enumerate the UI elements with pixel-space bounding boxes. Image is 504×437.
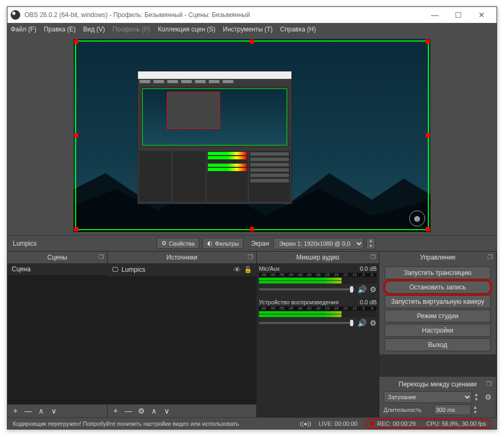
broadcast-icon: ((●))	[300, 420, 311, 427]
resize-handle[interactable]	[74, 133, 78, 137]
mixer-title: Микшер аудио	[296, 254, 339, 261]
preview-area: ☻	[7, 36, 497, 235]
source-toolbar: Lumpics ⚙ Свойства ◐ Фильтры Экран Экран…	[7, 235, 497, 251]
obs-logo-icon	[11, 10, 20, 20]
controls-panel: Управление ❐ Запустить трансляцию Остано…	[379, 252, 497, 417]
remove-source-button[interactable]: —	[124, 407, 133, 415]
popout-icon[interactable]: ❐	[486, 381, 492, 387]
screen-select[interactable]: Экран 1: 1920x1080 @ 0,0	[273, 238, 364, 249]
obs-window: OBS 26.0.2 (64-bit, windows) - Профиль: …	[7, 6, 497, 430]
menu-scene-collection[interactable]: Коллекция сцен (S)	[158, 26, 215, 33]
transition-select[interactable]: Затухание	[384, 391, 472, 403]
sources-footer: ＋ — ⚙ ∧ ∨	[108, 404, 256, 417]
popout-icon[interactable]: ❐	[97, 253, 105, 261]
resize-handle[interactable]	[250, 227, 254, 231]
menu-file[interactable]: Файл (F)	[11, 26, 36, 33]
live-status: LIVE: 00:00:00	[319, 420, 357, 427]
scenes-list[interactable]: Сцена	[7, 263, 107, 404]
audio-meter	[259, 314, 377, 317]
record-dot-icon	[370, 422, 375, 426]
source-up-button[interactable]: ∧	[149, 407, 159, 415]
menu-tools[interactable]: Инструменты (T)	[223, 26, 272, 33]
scenes-panel: Сцены ❐ Сцена ＋ — ∧ ∨	[7, 252, 108, 417]
gear-icon[interactable]: ⚙	[370, 319, 377, 327]
minimize-button[interactable]: —	[423, 7, 446, 23]
mixer-channel-level: 0.0 dB	[360, 299, 377, 305]
resize-handle[interactable]	[426, 133, 430, 137]
add-scene-button[interactable]: ＋	[11, 406, 20, 416]
resize-handle[interactable]	[426, 227, 430, 231]
menu-view[interactable]: Вид (V)	[83, 26, 105, 33]
add-source-button[interactable]: ＋	[111, 406, 120, 416]
menu-help[interactable]: Справка (H)	[280, 26, 316, 33]
source-down-button[interactable]: ∨	[162, 407, 172, 415]
close-button[interactable]: ✕	[470, 7, 493, 23]
audio-meter	[259, 278, 377, 280]
transitions-title: Переходы между сценами	[399, 381, 476, 388]
volume-slider[interactable]	[259, 322, 354, 324]
scenes-title: Сцены	[47, 254, 67, 261]
selected-source-label: Lumpics	[13, 240, 157, 247]
properties-label: Свойства	[169, 240, 194, 247]
controls-body: Запустить трансляцию Остановить запись З…	[379, 263, 496, 354]
popout-icon[interactable]: ❐	[247, 253, 254, 261]
titlebar: OBS 26.0.2 (64-bit, windows) - Профиль: …	[7, 7, 497, 23]
mixer-channel: Mic/Aux 0.0 dB -60-55-50-45-40-35-30-25-…	[259, 265, 377, 294]
popout-icon[interactable]: ❐	[486, 253, 494, 261]
start-vcam-button[interactable]: Запустить виртуальную камеру	[385, 295, 491, 308]
audio-meter	[259, 311, 377, 314]
resize-handle[interactable]	[426, 39, 430, 44]
duration-input[interactable]	[434, 404, 471, 415]
lock-icon[interactable]: 🔓	[244, 266, 252, 273]
duration-spinner[interactable]: ▲▼	[473, 405, 482, 415]
controls-title: Управление	[420, 254, 456, 261]
controls-header: Управление ❐	[379, 252, 496, 263]
gear-icon[interactable]: ⚙	[370, 285, 377, 294]
properties-button[interactable]: ⚙ Свойства	[157, 238, 199, 249]
exit-button[interactable]: Выход	[385, 338, 491, 351]
sources-panel: Источники ❐ 🖵 Lumpics 👁 🔓 ＋ — ⚙ ∧ ∨	[108, 252, 257, 417]
encoder-warning: Кодировщик перегружен! Попробуйте понизи…	[13, 420, 239, 427]
meter-scale: -60-55-50-45-40-35-30-25-20-15-10-50	[259, 306, 377, 311]
scene-down-button[interactable]: ∨	[49, 407, 59, 415]
speaker-icon[interactable]: 🔊	[357, 285, 367, 294]
stop-record-button[interactable]: Остановить запись	[385, 281, 491, 294]
resize-handle[interactable]	[74, 227, 78, 231]
popout-icon[interactable]: ❐	[369, 253, 377, 261]
remove-scene-button[interactable]: —	[23, 407, 33, 415]
scene-up-button[interactable]: ∧	[36, 407, 46, 415]
selection-border[interactable]	[75, 41, 429, 230]
duration-label: Длительность	[384, 407, 432, 413]
mixer-channel-level: 0.0 dB	[360, 265, 377, 272]
preview-canvas[interactable]: ☻	[74, 39, 430, 232]
filters-icon: ◐	[207, 240, 213, 247]
scene-item-label: Сцена	[12, 265, 30, 273]
source-item-label: Lumpics	[121, 266, 145, 273]
settings-button[interactable]: Настройки	[385, 324, 491, 337]
resize-handle[interactable]	[250, 39, 254, 44]
start-stream-button[interactable]: Запустить трансляцию	[385, 266, 491, 279]
mixer-body: Mic/Aux 0.0 dB -60-55-50-45-40-35-30-25-…	[257, 263, 379, 417]
gear-icon: ⚙	[161, 240, 167, 247]
studio-mode-button[interactable]: Режим студии	[385, 310, 491, 322]
menu-edit[interactable]: Правка (E)	[44, 26, 76, 33]
sources-title: Источники	[167, 254, 198, 261]
speaker-icon[interactable]: 🔊	[357, 319, 367, 327]
rec-cpu-highlight: REC: 00:00:29 CPU: 56.8%, 30.00 fps	[365, 419, 491, 428]
screen-spinner[interactable]: ▲▼	[366, 238, 376, 249]
maximize-button[interactable]: ☐	[446, 7, 470, 23]
visibility-icon[interactable]: 👁	[233, 265, 241, 274]
scene-item[interactable]: Сцена	[7, 263, 107, 275]
source-settings-button[interactable]: ⚙	[136, 407, 146, 415]
filters-label: Фильтры	[215, 240, 239, 247]
sources-list[interactable]: 🖵 Lumpics 👁 🔓	[108, 263, 256, 404]
filters-button[interactable]: ◐ Фильтры	[202, 238, 243, 249]
gear-icon[interactable]: ⚙	[485, 393, 492, 401]
screen-label: Экран	[251, 240, 269, 247]
rec-status: REC: 00:00:29	[377, 420, 416, 427]
transition-spinner[interactable]: ▲▼	[474, 392, 483, 402]
source-item[interactable]: 🖵 Lumpics 👁 🔓	[108, 263, 256, 276]
resize-handle[interactable]	[74, 39, 78, 44]
volume-slider[interactable]	[259, 288, 354, 290]
menu-profile[interactable]: Профиль (P)	[112, 26, 150, 33]
